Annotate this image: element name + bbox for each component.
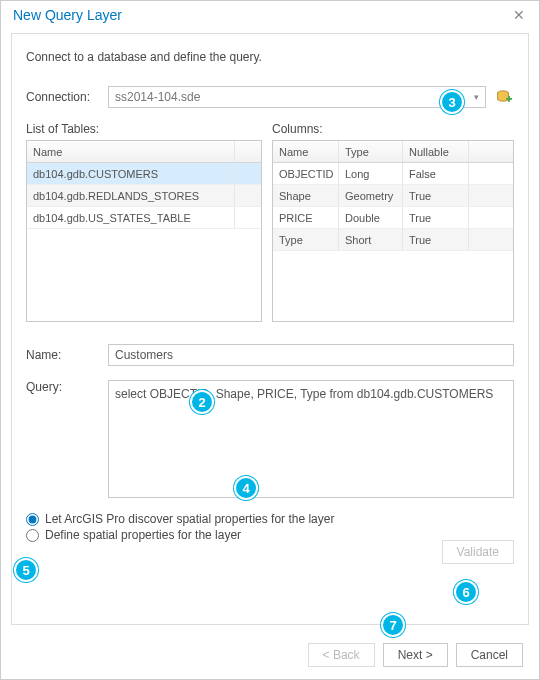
table-row[interactable]: db104.gdb.CUSTOMERS: [27, 163, 261, 185]
instruction-text: Connect to a database and define the que…: [26, 50, 514, 64]
connection-label: Connection:: [26, 90, 108, 104]
dialog-footer: 7 < Back Next > Cancel: [1, 635, 539, 679]
back-button[interactable]: < Back: [308, 643, 375, 667]
close-icon[interactable]: ✕: [509, 7, 529, 23]
query-row: Query: select OBJECTID, Shape, PRICE, Ty…: [26, 380, 514, 498]
radio-define-input[interactable]: [26, 529, 39, 542]
query-label: Query:: [26, 380, 108, 394]
column-row[interactable]: Type Short True: [273, 229, 513, 251]
columns-header-label: Columns:: [272, 122, 514, 136]
validate-button[interactable]: Validate: [442, 540, 514, 564]
columns-column: Columns: Name Type Nullable OBJECTID Lon…: [272, 122, 514, 322]
radio-discover-input[interactable]: [26, 513, 39, 526]
tables-col-name[interactable]: Name: [27, 141, 235, 162]
table-row[interactable]: db104.gdb.US_STATES_TABLE: [27, 207, 261, 229]
validate-row: Validate: [26, 540, 514, 564]
callout-6: 6: [454, 580, 478, 604]
cancel-button[interactable]: Cancel: [456, 643, 523, 667]
column-row[interactable]: PRICE Double True: [273, 207, 513, 229]
columns-grid-header: Name Type Nullable: [273, 141, 513, 163]
columns-col-name[interactable]: Name: [273, 141, 339, 162]
tables-grid-header: Name: [27, 141, 261, 163]
radio-discover[interactable]: Let ArcGIS Pro discover spatial properti…: [26, 512, 514, 526]
new-query-layer-dialog: New Query Layer ✕ Connect to a database …: [0, 0, 540, 680]
chevron-down-icon: ▾: [474, 92, 479, 102]
tables-grid: Name db104.gdb.CUSTOMERS db104.gdb.REDLA…: [26, 140, 262, 322]
connection-value: ss2014-104.sde: [115, 90, 200, 104]
query-input[interactable]: select OBJECTID, Shape, PRICE, Type from…: [108, 380, 514, 498]
column-row[interactable]: Shape Geometry True: [273, 185, 513, 207]
dialog-title: New Query Layer: [13, 7, 122, 23]
dialog-content: Connect to a database and define the que…: [11, 33, 529, 625]
table-row[interactable]: db104.gdb.REDLANDS_STORES: [27, 185, 261, 207]
column-row[interactable]: OBJECTID Long False: [273, 163, 513, 185]
name-input[interactable]: Customers: [108, 344, 514, 366]
grids-row: List of Tables: Name db104.gdb.CUSTOMERS…: [26, 122, 514, 322]
svg-rect-2: [508, 96, 510, 102]
tables-column: List of Tables: Name db104.gdb.CUSTOMERS…: [26, 122, 262, 322]
connection-dropdown[interactable]: ss2014-104.sde ▾: [108, 86, 486, 108]
spatial-radios: Let ArcGIS Pro discover spatial properti…: [26, 512, 514, 542]
columns-col-type[interactable]: Type: [339, 141, 403, 162]
name-label: Name:: [26, 348, 108, 362]
tables-header-label: List of Tables:: [26, 122, 262, 136]
columns-col-nullable[interactable]: Nullable: [403, 141, 469, 162]
columns-grid: Name Type Nullable OBJECTID Long False S…: [272, 140, 514, 322]
connection-row: Connection: ss2014-104.sde ▾: [26, 86, 514, 108]
titlebar: New Query Layer ✕: [1, 1, 539, 29]
next-button[interactable]: Next >: [383, 643, 448, 667]
tables-col-spacer: [235, 141, 261, 162]
new-connection-button[interactable]: [494, 87, 514, 107]
name-row: Name: Customers: [26, 344, 514, 366]
